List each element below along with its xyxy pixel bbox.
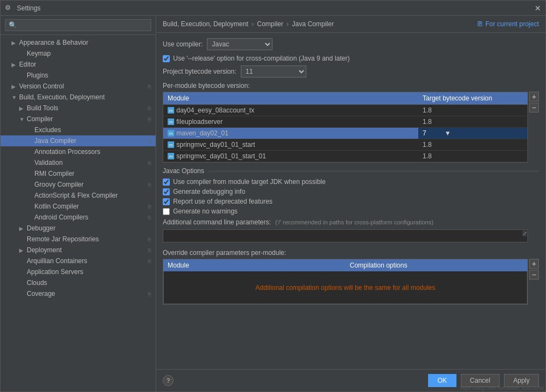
module-cell: m springmvc_day01_01_start	[163, 139, 418, 150]
expand-arrow: ▶	[19, 247, 27, 253]
window-title: Settings	[17, 4, 535, 12]
add-module-button[interactable]: +	[529, 92, 539, 102]
cmd-params-row: Additional command line parameters: ('/'…	[163, 218, 539, 226]
copy-icon: ⎘	[148, 182, 151, 188]
breadcrumb-part3: Java Compiler	[292, 20, 334, 28]
table-row[interactable]: m fileuploadserver 1.8	[163, 116, 527, 128]
sidebar-item-build-tools[interactable]: ▶ Build Tools ⎘	[1, 103, 156, 114]
sidebar-item-java-compiler[interactable]: Java Compiler ⎘	[1, 135, 156, 146]
sidebar-item-plugins[interactable]: Plugins	[1, 70, 156, 81]
override-options-header: Compilation options	[346, 259, 528, 271]
javac-opt-3-checkbox[interactable]	[163, 198, 170, 205]
bytecode-version-select[interactable]: 11 8 7	[241, 66, 306, 78]
javac-opt-1: Use compiler from module target JDK when…	[163, 178, 539, 186]
sidebar-item-label: Clouds	[27, 279, 47, 287]
javac-opt-4-checkbox[interactable]	[163, 208, 170, 215]
javac-opt-2-checkbox[interactable]	[163, 188, 170, 195]
expand-arrow: ▼	[19, 116, 27, 122]
sidebar-item-keymap[interactable]: Keymap	[1, 48, 156, 59]
javac-section: Javac Options Use compiler from module t…	[163, 167, 539, 245]
sidebar-item-remote-jar[interactable]: Remote Jar Repositories ⎘	[1, 234, 156, 245]
release-option-label: Use '--release' option for cross-compila…	[173, 55, 349, 62]
module-cell: m day04_eesy_08account_tx	[163, 105, 418, 116]
sidebar-item-label: Android Compilers	[34, 213, 88, 221]
override-label-row: Override compiler parameters per-module:	[163, 249, 539, 257]
module-icon: m	[168, 118, 174, 125]
javac-section-title: Javac Options	[163, 167, 539, 175]
sidebar-item-label: Annotation Processors	[34, 148, 100, 156]
sidebar-item-annotation[interactable]: Annotation Processors	[1, 146, 156, 157]
table-row[interactable]: m day04_eesy_08account_tx 1.8	[163, 105, 527, 116]
sidebar-item-editor[interactable]: ▶ Editor	[1, 59, 156, 70]
version-dropdown-arrow[interactable]: ▼	[444, 129, 451, 137]
sidebar-item-label: Validation	[34, 159, 63, 167]
add-override-button[interactable]: +	[529, 259, 539, 269]
sidebar-item-build-exec[interactable]: ▼ Build, Execution, Deployment	[1, 92, 156, 103]
sidebar-item-android[interactable]: Android Compilers ⎘	[1, 212, 156, 223]
javac-opt-3: Report use of deprecated features	[163, 198, 539, 205]
sidebar-item-coverage[interactable]: Coverage ⎘	[1, 288, 156, 299]
sidebar-item-arquillian[interactable]: Arquillian Containers ⎘	[1, 256, 156, 266]
module-icon: m	[168, 107, 174, 114]
javac-opt-4: Generate no warnings	[163, 207, 539, 215]
version-cell: 1.8	[418, 151, 527, 162]
breadcrumb: Build, Execution, Deployment › Compiler …	[156, 16, 545, 33]
sidebar-item-deployment[interactable]: ▶ Deployment ⎘	[1, 245, 156, 256]
sidebar-item-excludes[interactable]: Excludes	[1, 124, 156, 135]
javac-opt-4-label: Generate no warnings	[173, 207, 238, 215]
expand-arrow: ▶	[11, 62, 19, 68]
sidebar-item-groovy[interactable]: Groovy Compiler ⎘	[1, 179, 156, 190]
override-table: Module Compilation options Additional co…	[163, 259, 528, 305]
help-button[interactable]: ?	[163, 375, 174, 386]
version-edit-input[interactable]	[423, 129, 444, 137]
cmd-params-label: Additional command line parameters:	[163, 218, 271, 226]
remove-module-button[interactable]: −	[529, 103, 539, 112]
sidebar-item-rmi[interactable]: RMI Compiler	[1, 168, 156, 179]
version-cell: 1.8	[418, 105, 527, 116]
module-icon: m	[168, 130, 174, 136]
sidebar-item-compiler[interactable]: ▼ Compiler ⎘	[1, 114, 156, 124]
sidebar-item-validation[interactable]: Validation ⎘	[1, 157, 156, 168]
module-name: springmvc_day01_01_start	[176, 141, 255, 149]
sidebar-item-debugger[interactable]: ▶ Debugger	[1, 223, 156, 234]
sidebar-item-label: Excludes	[34, 126, 61, 134]
sidebar-item-appearance[interactable]: ▶ Appearance & Behavior	[1, 37, 156, 48]
sidebar-item-version-control[interactable]: ▶ Version Control ⎘	[1, 81, 156, 92]
copy-icon: ⎘	[148, 116, 151, 122]
use-compiler-select[interactable]: Javac Eclipse Ajc	[207, 38, 272, 50]
override-label: Override compiler parameters per-module:	[163, 249, 286, 257]
sidebar-item-app-servers[interactable]: Application Servers	[1, 266, 156, 277]
search-input[interactable]	[5, 19, 151, 31]
sidebar-item-label: Editor	[19, 61, 36, 68]
override-section: Override compiler parameters per-module:…	[163, 249, 539, 305]
table-row[interactable]: m maven_day02_01 ▼	[163, 128, 527, 139]
sidebar-item-clouds[interactable]: Clouds	[1, 277, 156, 288]
breadcrumb-part2: Compiler	[257, 20, 283, 28]
expand-arrow: ▶	[11, 84, 19, 90]
main-panel: Build, Execution, Deployment › Compiler …	[156, 16, 545, 391]
sidebar-item-kotlin[interactable]: Kotlin Compiler ⎘	[1, 201, 156, 212]
override-empty-text: Additional compilation options will be t…	[256, 284, 436, 292]
sidebar-item-label: Version Control	[19, 82, 64, 90]
sidebar-item-label: Coverage	[27, 290, 55, 298]
sidebar-item-actionscript[interactable]: ActionScript & Flex Compiler	[1, 190, 156, 201]
release-option-checkbox[interactable]	[163, 55, 170, 62]
ok-button[interactable]: OK	[428, 374, 456, 387]
table-header: Module Target bytecode version	[163, 92, 527, 105]
table-row[interactable]: m springmvc_day01_01_start 1.8	[163, 139, 527, 151]
release-option-row: Use '--release' option for cross-compila…	[163, 55, 539, 62]
project-link[interactable]: 🖹 For current project	[477, 20, 539, 28]
expand-arrow: ▶	[11, 40, 19, 46]
sidebar-item-label: Java Compiler	[34, 137, 76, 145]
breadcrumb-part1: Build, Execution, Deployment	[163, 20, 248, 28]
version-cell[interactable]: ▼	[418, 128, 527, 139]
remove-override-button[interactable]: −	[529, 270, 539, 280]
sidebar-item-label: Deployment	[27, 246, 62, 254]
table-row[interactable]: m springmvc_day01_01_start_01 1.8	[163, 151, 527, 162]
cmd-params-input[interactable]	[163, 229, 528, 242]
cmd-expand-button[interactable]: ⤢	[523, 230, 527, 236]
close-button[interactable]: ✕	[535, 4, 541, 13]
sidebar-item-label: Application Servers	[27, 268, 83, 276]
javac-opt-1-checkbox[interactable]	[163, 179, 170, 186]
copy-icon: ⎘	[148, 291, 151, 297]
